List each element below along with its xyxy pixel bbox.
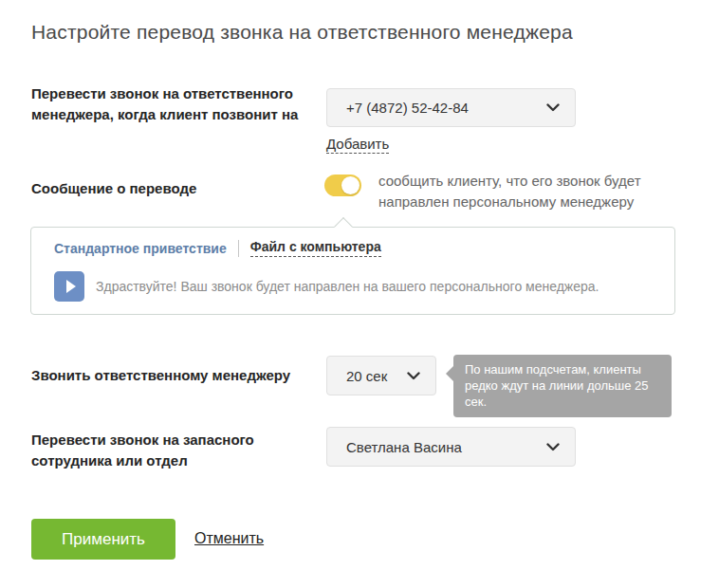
transfer-number-select[interactable]: +7 (4872) 52-42-84 [326, 88, 576, 127]
transfer-message-description: сообщить клиенту, что его звонок будет н… [378, 171, 649, 212]
tab-file-from-computer[interactable]: Файл с компьютера [250, 239, 381, 257]
tab-divider [238, 240, 239, 257]
play-button[interactable] [54, 271, 84, 302]
ring-duration-tooltip: По нашим подсчетам, клиенты редко ждут н… [453, 355, 672, 417]
ring-duration-value: 20 сек [346, 368, 387, 384]
transfer-number-label: Перевести звонок на ответственного менед… [31, 83, 311, 125]
cancel-link[interactable]: Отменить [194, 530, 264, 547]
ring-duration-select[interactable]: 20 сек [326, 356, 436, 395]
greeting-panel: Стандартное приветствие Файл с компьютер… [30, 227, 675, 315]
call-transfer-settings-page: Настройте перевод звонка на ответственно… [0, 0, 719, 588]
fallback-value: Светлана Васина [346, 439, 462, 455]
add-number-link[interactable]: Добавить [326, 136, 389, 154]
ring-duration-label: Звонить ответственному менеджеру [31, 365, 290, 386]
fallback-select[interactable]: Светлана Васина [326, 427, 576, 467]
chevron-down-icon [407, 372, 420, 380]
transfer-message-label: Сообщение о переводе [31, 178, 196, 199]
page-title: Настройте перевод звонка на ответственно… [31, 21, 573, 44]
tooltip-arrow [446, 366, 453, 381]
transfer-number-value: +7 (4872) 52-42-84 [346, 100, 469, 116]
play-icon [66, 280, 76, 293]
apply-button[interactable]: Применить [31, 519, 175, 560]
greeting-tabs: Стандартное приветствие Файл с компьютер… [54, 239, 381, 257]
panel-notch [334, 217, 353, 236]
chevron-down-icon [546, 103, 560, 112]
transfer-message-toggle[interactable] [324, 175, 361, 196]
toggle-knob [341, 176, 360, 194]
tooltip-text: По нашим подсчетам, клиенты редко ждут н… [465, 362, 649, 409]
fallback-label: Перевести звонок на запасного сотрудника… [31, 430, 306, 471]
tab-standard-greeting[interactable]: Стандартное приветствие [54, 241, 227, 256]
greeting-playback-row: Здраствуйте! Ваш звонок будет направлен … [54, 271, 599, 302]
chevron-down-icon [546, 443, 560, 451]
greeting-text: Здраствуйте! Ваш звонок будет направлен … [96, 279, 599, 294]
